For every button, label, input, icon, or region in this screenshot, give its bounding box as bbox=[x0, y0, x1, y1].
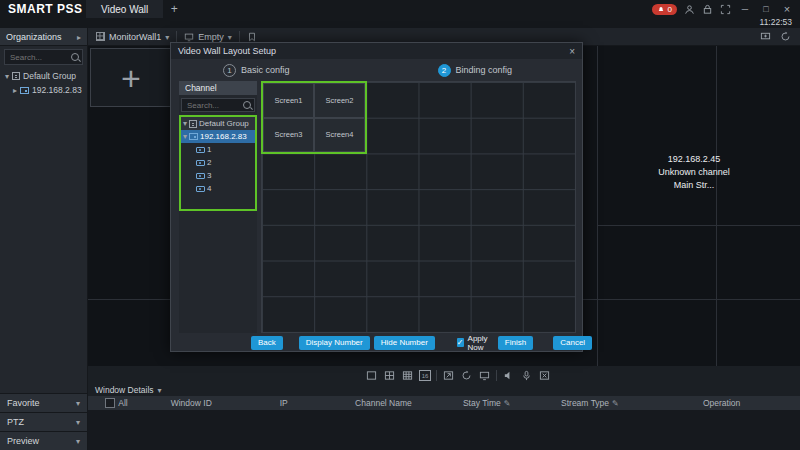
grid-line bbox=[597, 225, 800, 226]
step-basic-config[interactable]: 1 Basic config bbox=[223, 64, 290, 77]
open-window-icon[interactable] bbox=[442, 369, 455, 382]
alarm-count: 0 bbox=[668, 5, 672, 14]
monitor-wall-dropdown[interactable]: MonitorWall1 bbox=[96, 32, 169, 42]
edit-stream-type-icon[interactable] bbox=[612, 398, 619, 408]
screen-3-cell[interactable]: Screen3 bbox=[263, 118, 314, 153]
group-label: Default Group bbox=[23, 71, 76, 81]
layout-9-icon[interactable] bbox=[401, 369, 414, 382]
dialog-close-icon[interactable]: × bbox=[569, 46, 575, 57]
display-number-button[interactable]: Display Number bbox=[299, 336, 370, 350]
divider bbox=[239, 31, 240, 42]
fullscreen-icon[interactable] bbox=[720, 4, 731, 15]
group-icon bbox=[189, 120, 197, 128]
panel-favorite[interactable]: Favorite bbox=[0, 393, 87, 412]
cancel-button[interactable]: Cancel bbox=[553, 336, 592, 350]
add-screen-icon[interactable] bbox=[760, 31, 771, 42]
device-sidebar: Default Group 192.168.2.83 Favorite PTZ … bbox=[0, 45, 88, 450]
layout-16-icon[interactable]: 16 bbox=[419, 370, 431, 381]
select-all-checkbox[interactable] bbox=[105, 398, 115, 408]
search-input[interactable] bbox=[8, 52, 71, 63]
collapse-icon[interactable] bbox=[183, 119, 187, 128]
user-icon[interactable] bbox=[684, 4, 695, 15]
screen-mode-label: Empty bbox=[198, 32, 224, 42]
col-all-label: All bbox=[118, 398, 127, 408]
layout-1-icon[interactable] bbox=[365, 369, 378, 382]
layout-4-icon[interactable] bbox=[383, 369, 396, 382]
collapse-icon[interactable] bbox=[183, 132, 187, 141]
refresh-icon[interactable] bbox=[780, 31, 791, 42]
tree-item-default-group[interactable]: Default Group bbox=[0, 69, 87, 83]
col-operation-label: Operation bbox=[703, 398, 740, 408]
col-stay-time: Stay Time bbox=[437, 398, 537, 408]
tree-item-device[interactable]: 192.168.2.83 bbox=[0, 83, 87, 97]
dialog-tree-channel-2[interactable]: 2 bbox=[181, 156, 255, 169]
device-icon bbox=[189, 133, 198, 140]
overlay-ip: 192.168.2.45 bbox=[626, 153, 762, 166]
close-all-windows-icon[interactable] bbox=[538, 369, 551, 382]
bell-icon bbox=[657, 5, 665, 13]
screen-mode-dropdown[interactable]: Empty bbox=[184, 32, 232, 42]
camera-icon bbox=[196, 160, 205, 166]
maximize-button[interactable]: □ bbox=[759, 4, 773, 14]
channel-4-label: 4 bbox=[207, 184, 211, 193]
camera-icon bbox=[196, 173, 205, 179]
dialog-steps: 1 Basic config 2 Binding config bbox=[171, 59, 582, 81]
time-strip: 11:22:53 bbox=[0, 18, 800, 28]
divider bbox=[176, 31, 177, 42]
decode-to-wall-icon[interactable] bbox=[478, 369, 491, 382]
talk-icon[interactable] bbox=[520, 369, 533, 382]
dialog-tree-channel-3[interactable]: 3 bbox=[181, 169, 255, 182]
collapse-icon[interactable] bbox=[5, 71, 9, 81]
audio-icon[interactable] bbox=[502, 369, 515, 382]
apply-now-option[interactable]: Apply Now bbox=[457, 334, 490, 352]
finish-button[interactable]: Finish bbox=[498, 336, 533, 350]
chevron-down-icon bbox=[76, 417, 80, 427]
channel-overlay: 192.168.2.45 Unknown channel Main Str... bbox=[626, 153, 762, 192]
screen-4-cell[interactable]: Screen4 bbox=[314, 118, 365, 153]
apply-now-label: Apply Now bbox=[468, 334, 490, 352]
expand-icon[interactable] bbox=[13, 85, 17, 95]
panel-preview[interactable]: Preview bbox=[0, 431, 87, 450]
overlay-channel: Unknown channel bbox=[626, 166, 762, 179]
dialog-title: Video Wall Layout Setup bbox=[178, 46, 276, 56]
edit-stay-time-icon[interactable] bbox=[504, 398, 511, 408]
details-table-header: All Window ID IP Channel Name Stay Time … bbox=[88, 396, 800, 410]
dialog-channel-panel: Channel Default Group 192.168.2.83 bbox=[179, 81, 257, 333]
screen-1-cell[interactable]: Screen1 bbox=[263, 83, 314, 118]
dialog-tree-group[interactable]: Default Group bbox=[181, 117, 255, 130]
window-details-header[interactable]: Window Details bbox=[88, 383, 800, 396]
hide-number-button[interactable]: Hide Number bbox=[374, 336, 435, 350]
tour-icon[interactable] bbox=[460, 369, 473, 382]
step-binding-config[interactable]: 2 Binding config bbox=[438, 64, 513, 77]
back-button[interactable]: Back bbox=[251, 336, 283, 350]
apply-now-checkbox[interactable] bbox=[457, 338, 464, 347]
minimize-button[interactable]: ─ bbox=[738, 4, 752, 14]
dialog-search[interactable] bbox=[181, 98, 255, 112]
divider bbox=[436, 370, 437, 381]
col-stream-type-label: Stream Type bbox=[561, 398, 609, 408]
col-channel-name-label: Channel Name bbox=[355, 398, 412, 408]
dialog-tree-channel-1[interactable]: 1 bbox=[181, 143, 255, 156]
col-all: All bbox=[88, 398, 145, 408]
dialog-tree-channel-4[interactable]: 4 bbox=[181, 182, 255, 195]
device-search[interactable] bbox=[4, 49, 83, 65]
lock-icon[interactable] bbox=[702, 4, 713, 15]
dialog-search-input[interactable] bbox=[185, 100, 243, 111]
col-ip: IP bbox=[238, 398, 331, 408]
close-button[interactable]: × bbox=[780, 3, 794, 15]
panel-ptz-label: PTZ bbox=[7, 417, 24, 427]
screen-2-cell[interactable]: Screen2 bbox=[314, 83, 365, 118]
alarm-badge[interactable]: 0 bbox=[652, 4, 677, 15]
tab-video-wall[interactable]: Video Wall bbox=[86, 0, 163, 18]
organizations-header[interactable]: Organizations bbox=[0, 28, 88, 45]
dialog-tree-device[interactable]: 192.168.2.83 bbox=[181, 130, 255, 143]
title-bar: SMART PSS Video Wall 0 ─ □ × bbox=[0, 0, 800, 18]
titlebar-actions: 0 ─ □ × bbox=[652, 3, 800, 15]
add-wall-tile[interactable] bbox=[90, 48, 172, 107]
panel-ptz[interactable]: PTZ bbox=[0, 412, 87, 431]
add-tab-button[interactable] bbox=[163, 2, 185, 16]
channel-tab[interactable]: Channel bbox=[179, 81, 257, 95]
grid-line bbox=[716, 45, 717, 366]
save-scheme-icon[interactable] bbox=[247, 32, 257, 42]
panel-favorite-label: Favorite bbox=[7, 398, 40, 408]
